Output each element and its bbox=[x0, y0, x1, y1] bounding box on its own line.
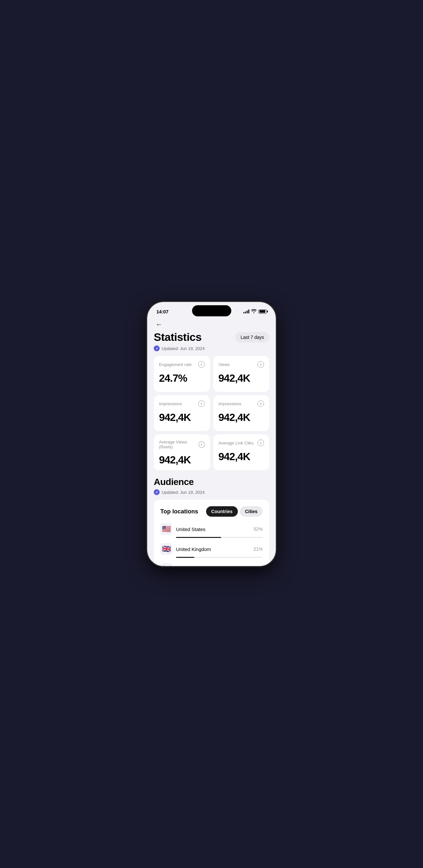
stat-value-2: 942,4K bbox=[159, 412, 205, 423]
period-button[interactable]: Last 7 days bbox=[235, 332, 269, 342]
audience-updated-row: ✓ Updated: Jun 19, 2024 bbox=[154, 489, 269, 495]
stat-label-row: Impressions i bbox=[159, 400, 205, 407]
back-button[interactable]: ← bbox=[154, 319, 164, 330]
location-info-0: 🇺🇸 United States 52% bbox=[160, 523, 263, 535]
wifi-icon bbox=[251, 309, 256, 314]
location-row-0: 🇺🇸 United States 52% bbox=[160, 523, 263, 538]
location-row-2: 🇨🇦 Canada 12% bbox=[160, 563, 263, 566]
stat-label-4: Average Views (Reels) bbox=[159, 439, 199, 450]
stat-card-2: Impressions i 942,4K bbox=[154, 395, 210, 431]
status-icons bbox=[244, 309, 266, 314]
flag-0: 🇺🇸 bbox=[160, 523, 172, 535]
progress-bar-0 bbox=[176, 537, 263, 538]
stat-label-1: Views bbox=[219, 362, 230, 367]
title-row: Statistics Last 7 days bbox=[154, 331, 269, 343]
stat-value-0: 24.7% bbox=[159, 373, 205, 383]
info-icon-5[interactable]: i bbox=[257, 439, 264, 446]
country-percent-0: 52% bbox=[254, 526, 263, 532]
location-row-1: 🇬🇧 United Kingdom 21% bbox=[160, 543, 263, 558]
country-percent-1: 21% bbox=[254, 547, 263, 552]
info-icon-2[interactable]: i bbox=[198, 400, 205, 407]
progress-bar-1 bbox=[176, 557, 263, 558]
country-name-1: United Kingdom bbox=[176, 547, 250, 552]
location-info-2: 🇨🇦 Canada 12% bbox=[160, 563, 263, 566]
stat-label-row: Engagement rate i bbox=[159, 361, 205, 368]
check-circle-icon: ✓ bbox=[154, 345, 160, 351]
tab-group: CountriesCities bbox=[206, 506, 263, 517]
stat-value-3: 942,4K bbox=[219, 412, 264, 423]
location-info-1: 🇬🇧 United Kingdom 21% bbox=[160, 543, 263, 555]
scroll-content[interactable]: ← Statistics Last 7 days ✓ Updated: Jun … bbox=[147, 316, 276, 566]
battery-icon bbox=[258, 309, 266, 314]
tab-cities[interactable]: Cities bbox=[240, 506, 263, 517]
dynamic-island bbox=[192, 305, 231, 316]
updated-text: Updated: Jun 19, 2024 bbox=[162, 346, 205, 351]
tab-countries[interactable]: Countries bbox=[206, 506, 238, 517]
stat-value-4: 942,4K bbox=[159, 455, 205, 465]
locations-card: Top locations CountriesCities 🇺🇸 United … bbox=[154, 500, 269, 566]
locations-title: Top locations bbox=[160, 508, 198, 515]
status-time: 14:07 bbox=[157, 309, 168, 314]
audience-title: Audience bbox=[154, 477, 269, 487]
stat-card-4: Average Views (Reels) i 942,4K bbox=[154, 434, 210, 470]
updated-row: ✓ Updated: Jun 19, 2024 bbox=[154, 345, 269, 351]
stat-label-3: Impressions bbox=[219, 401, 242, 406]
stat-label-5: Average Link Cliks bbox=[219, 440, 254, 445]
locations-header: Top locations CountriesCities bbox=[160, 506, 263, 517]
page-title: Statistics bbox=[154, 331, 201, 343]
stats-grid: Engagement rate i 24.7% Views i 942,4K I… bbox=[147, 351, 276, 470]
stat-label-0: Engagement rate bbox=[159, 362, 192, 367]
stat-value-1: 942,4K bbox=[219, 373, 264, 383]
back-arrow-icon: ← bbox=[156, 320, 162, 328]
countries-list: 🇺🇸 United States 52% 🇬🇧 United Kingdom 2… bbox=[160, 523, 263, 566]
progress-fill-1 bbox=[176, 557, 194, 558]
stat-label-row: Impressions i bbox=[219, 400, 264, 407]
signal-icon bbox=[244, 309, 249, 313]
stat-label-row: Average Link Cliks i bbox=[219, 439, 264, 446]
stat-label-row: Average Views (Reels) i bbox=[159, 439, 205, 450]
progress-fill-0 bbox=[176, 537, 221, 538]
header: ← Statistics Last 7 days ✓ Updated: Jun … bbox=[147, 316, 276, 351]
country-name-0: United States bbox=[176, 526, 250, 532]
flag-2: 🇨🇦 bbox=[160, 563, 172, 566]
info-icon-1[interactable]: i bbox=[257, 361, 264, 368]
stat-value-5: 942,4K bbox=[219, 451, 264, 462]
stat-card-5: Average Link Cliks i 942,4K bbox=[213, 434, 270, 470]
info-icon-0[interactable]: i bbox=[198, 361, 205, 368]
stat-card-3: Impressions i 942,4K bbox=[213, 395, 270, 431]
stat-card-0: Engagement rate i 24.7% bbox=[154, 356, 210, 392]
stat-label-2: Impressions bbox=[159, 401, 182, 406]
audience-check-circle-icon: ✓ bbox=[154, 489, 160, 495]
phone-screen: 14:07 bbox=[147, 302, 276, 566]
info-icon-3[interactable]: i bbox=[257, 400, 264, 407]
phone-frame: 14:07 bbox=[147, 302, 276, 566]
stat-card-1: Views i 942,4K bbox=[213, 356, 270, 392]
flag-1: 🇬🇧 bbox=[160, 543, 172, 555]
audience-updated-text: Updated: Jun 19, 2024 bbox=[162, 490, 205, 495]
info-icon-4[interactable]: i bbox=[199, 441, 205, 448]
stat-label-row: Views i bbox=[219, 361, 264, 368]
audience-section: Audience ✓ Updated: Jun 19, 2024 bbox=[147, 470, 276, 495]
